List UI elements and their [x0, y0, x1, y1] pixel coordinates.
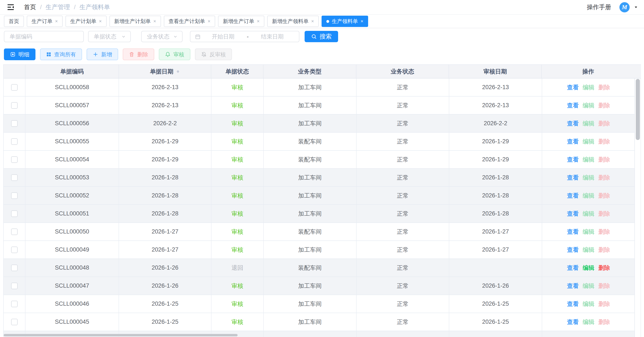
delete-link[interactable]: 删除: [598, 192, 610, 200]
breadcrumb-production-management[interactable]: 生产管理: [46, 3, 70, 11]
row-checkbox[interactable]: [11, 120, 18, 127]
view-link[interactable]: 查看: [567, 318, 579, 326]
tab-close-icon[interactable]: ×: [55, 19, 58, 24]
delete-link[interactable]: 删除: [598, 300, 610, 308]
row-checkbox[interactable]: [11, 84, 18, 91]
row-checkbox[interactable]: [11, 156, 18, 163]
view-link[interactable]: 查看: [567, 192, 579, 200]
tab-close-icon[interactable]: ×: [99, 19, 102, 24]
delete-link[interactable]: 删除: [598, 264, 610, 272]
vertical-scrollbar-thumb[interactable]: [636, 79, 640, 140]
view-link[interactable]: 查看: [567, 282, 579, 290]
tab-close-icon[interactable]: ×: [154, 19, 156, 24]
edit-link[interactable]: 编辑: [583, 174, 594, 182]
delete-link[interactable]: 删除: [598, 120, 610, 127]
vertical-scrollbar-track[interactable]: [634, 78, 641, 337]
row-checkbox[interactable]: [11, 247, 18, 253]
view-link[interactable]: 查看: [567, 210, 579, 218]
delete-link[interactable]: 删除: [598, 138, 610, 145]
row-checkbox[interactable]: [11, 138, 18, 145]
delete-link[interactable]: 删除: [598, 210, 610, 218]
caret-down-icon[interactable]: [634, 5, 638, 9]
view-link[interactable]: 查看: [567, 246, 579, 254]
menu-fold-icon[interactable]: [6, 2, 16, 12]
edit-link[interactable]: 编辑: [583, 192, 594, 200]
view-link[interactable]: 查看: [567, 228, 579, 236]
edit-link[interactable]: 编辑: [583, 101, 594, 109]
row-checkbox[interactable]: [11, 229, 18, 235]
cell-biz-status: 正常: [356, 205, 449, 222]
edit-link[interactable]: 编辑: [583, 210, 594, 218]
sort-icon[interactable]: [176, 69, 180, 74]
delete-link[interactable]: 删除: [598, 282, 610, 290]
edit-link[interactable]: 编辑: [583, 83, 594, 91]
column-header-2[interactable]: 单据日期: [119, 65, 212, 78]
operation-manual-link[interactable]: 操作手册: [587, 3, 611, 11]
edit-link[interactable]: 编辑: [583, 318, 594, 326]
edit-link[interactable]: 编辑: [583, 264, 594, 272]
edit-link[interactable]: 编辑: [583, 246, 594, 254]
row-checkbox[interactable]: [11, 265, 18, 271]
cell-text: 正常: [397, 138, 408, 145]
cell-text: 2026-2-2: [153, 120, 177, 127]
toolbar-button-2[interactable]: 新增: [86, 48, 118, 60]
doc-code-input[interactable]: [10, 33, 78, 40]
row-checkbox[interactable]: [11, 174, 18, 181]
delete-link[interactable]: 删除: [598, 174, 610, 182]
delete-link[interactable]: 删除: [598, 101, 610, 109]
cell-code: SCLL000053: [26, 169, 119, 186]
tab-5[interactable]: 新增生产订单×: [218, 16, 264, 27]
edit-link[interactable]: 编辑: [583, 228, 594, 236]
edit-link[interactable]: 编辑: [583, 282, 594, 290]
tab-1[interactable]: 生产订单×: [27, 16, 63, 27]
end-date-input[interactable]: 结束日期: [250, 33, 294, 40]
row-checkbox[interactable]: [11, 319, 18, 325]
doc-status-select[interactable]: 单据状态: [88, 31, 131, 42]
tab-close-icon[interactable]: ×: [311, 19, 314, 24]
view-link[interactable]: 查看: [567, 83, 579, 91]
view-link[interactable]: 查看: [567, 156, 579, 163]
row-checkbox[interactable]: [11, 210, 18, 217]
tab-2[interactable]: 生产计划单×: [66, 16, 106, 27]
start-date-input[interactable]: 开始日期: [201, 33, 246, 40]
delete-link[interactable]: 删除: [598, 156, 610, 163]
tab-close-icon[interactable]: ×: [360, 19, 363, 24]
edit-link[interactable]: 编辑: [583, 156, 594, 163]
doc-status-select-value: 单据状态: [94, 33, 116, 40]
breadcrumb-home[interactable]: 首页: [24, 3, 36, 11]
tab-0[interactable]: 首页: [4, 16, 24, 27]
delete-link[interactable]: 删除: [598, 83, 610, 91]
delete-link[interactable]: 删除: [598, 318, 610, 326]
view-link[interactable]: 查看: [567, 174, 579, 182]
view-link[interactable]: 查看: [567, 300, 579, 308]
edit-link[interactable]: 编辑: [583, 120, 594, 127]
tab-4[interactable]: 查看生产计划单×: [164, 16, 216, 27]
edit-link[interactable]: 编辑: [583, 300, 594, 308]
toolbar-button-4[interactable]: 审核: [159, 48, 190, 60]
delete-link[interactable]: 删除: [598, 228, 610, 236]
tab-6[interactable]: 新增生产领料单×: [267, 16, 319, 27]
row-checkbox[interactable]: [11, 283, 18, 289]
tab-3[interactable]: 新增生产计划单×: [110, 16, 161, 27]
delete-link[interactable]: 删除: [598, 246, 610, 254]
user-avatar[interactable]: M: [620, 2, 630, 12]
toolbar-button-5[interactable]: 反审核: [195, 48, 232, 60]
view-link[interactable]: 查看: [567, 138, 579, 145]
toolbar-button-0[interactable]: 明细: [4, 48, 36, 60]
tab-active-7[interactable]: 生产领料单×: [322, 16, 368, 27]
horizontal-scrollbar-thumb[interactable]: [4, 334, 238, 336]
view-link[interactable]: 查看: [567, 101, 579, 109]
date-range-picker[interactable]: 开始日期 - 结束日期: [190, 31, 299, 42]
biz-status-select[interactable]: 业务状态: [141, 31, 182, 42]
view-link[interactable]: 查看: [567, 264, 579, 272]
row-checkbox[interactable]: [11, 192, 18, 199]
edit-link[interactable]: 编辑: [583, 138, 594, 145]
row-checkbox[interactable]: [11, 102, 18, 109]
row-checkbox[interactable]: [11, 301, 18, 307]
tab-close-icon[interactable]: ×: [257, 19, 260, 24]
tab-close-icon[interactable]: ×: [208, 19, 210, 24]
toolbar-button-1[interactable]: 查询所有: [40, 48, 82, 60]
toolbar-button-3[interactable]: 删除: [123, 48, 154, 60]
search-button[interactable]: 搜索: [304, 31, 338, 42]
view-link[interactable]: 查看: [567, 120, 579, 127]
